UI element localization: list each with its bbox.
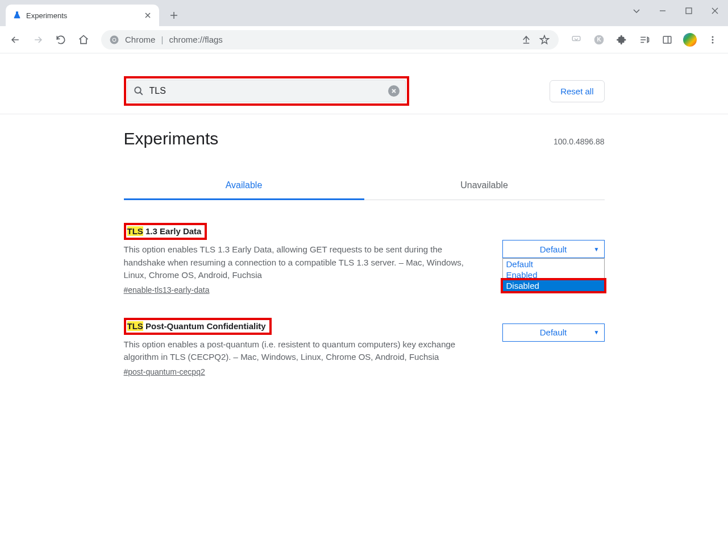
svg-point-9 [712,39,714,40]
search-highlight-box [124,76,409,106]
flag-dropdown: Default Enabled Disabled [502,258,605,292]
flag-description: This option enables a post-quantum (i.e.… [124,338,485,364]
profile-avatar[interactable] [683,33,697,47]
extension-k-icon[interactable]: K [589,30,609,49]
tab-unavailable[interactable]: Unavailable [364,171,605,200]
reload-button[interactable] [51,30,70,49]
back-button[interactable] [6,30,25,49]
search-input[interactable] [149,86,382,96]
browser-tab[interactable]: Experiments [6,5,159,26]
flag-title: TLS 1.3 Early Data [127,226,202,236]
media-icon[interactable] [635,30,654,49]
tab-available[interactable]: Available [124,171,364,200]
page-title: Experiments [124,129,219,148]
window-controls [623,0,728,22]
flag-item: TLS Post-Quantum Confidentiality This op… [124,318,605,377]
clear-search-icon[interactable] [388,85,400,97]
new-tab-button[interactable] [166,7,182,23]
address-bar[interactable]: Chrome | chrome://flags [101,30,559,49]
forward-button[interactable] [28,30,48,49]
close-icon[interactable] [143,11,152,20]
flag-title-highlight-box: TLS 1.3 Early Data [124,223,207,240]
tab-strip: Experiments [0,0,728,26]
search-icon [134,86,144,96]
minimize-button[interactable] [650,0,676,22]
flags-header-bar: Reset all [0,53,728,114]
flag-title-highlight-box: TLS Post-Quantum Confidentiality [124,318,272,335]
close-window-button[interactable] [702,0,728,22]
flag-select[interactable]: Default ▼ [502,323,605,342]
tab-title: Experiments [26,11,139,20]
select-value: Default [540,327,567,337]
svg-point-11 [135,87,141,93]
home-button[interactable] [74,30,93,49]
flag-select[interactable]: Default ▼ [502,240,605,258]
menu-icon[interactable] [703,30,722,49]
dropdown-option-disabled[interactable]: Disabled [501,278,606,293]
flag-item: TLS 1.3 Early Data This option enables T… [124,223,605,295]
browser-toolbar: Chrome | chrome://flags K [0,26,728,53]
extensions-icon[interactable] [612,30,631,49]
chevron-down-icon[interactable] [623,0,650,22]
version-label: 100.0.4896.88 [554,137,605,146]
flags-body: Experiments 100.0.4896.88 Available Unav… [124,114,605,377]
svg-point-10 [712,42,714,43]
address-text: Chrome | chrome://flags [125,35,514,44]
pocket-icon[interactable] [567,30,586,49]
page-content: Reset all Experiments 100.0.4896.88 Avai… [0,53,728,560]
flag-hash-link[interactable]: #post-quantum-cecpq2 [124,367,205,376]
svg-rect-7 [663,36,671,43]
search-box [127,80,406,102]
reset-all-button[interactable]: Reset all [550,80,604,102]
share-icon[interactable] [520,30,533,49]
svg-text:K: K [597,36,601,43]
bookmark-icon[interactable] [538,30,551,49]
dropdown-option-default[interactable]: Default [503,259,604,269]
flask-icon [13,11,22,20]
svg-point-8 [712,36,714,38]
side-panel-icon[interactable] [658,30,677,49]
svg-point-3 [113,38,116,41]
chevron-down-icon: ▼ [594,246,600,252]
svg-rect-0 [686,8,692,14]
flag-description: This option enables TLS 1.3 Early Data, … [124,243,485,282]
tabs: Available Unavailable [124,171,605,200]
flag-hash-link[interactable]: #enable-tls13-early-data [124,285,210,294]
chevron-down-icon: ▼ [594,329,600,335]
flag-title: TLS Post-Quantum Confidentiality [127,321,266,331]
maximize-button[interactable] [676,0,702,22]
chrome-icon [109,35,119,45]
select-value: Default [540,244,567,254]
